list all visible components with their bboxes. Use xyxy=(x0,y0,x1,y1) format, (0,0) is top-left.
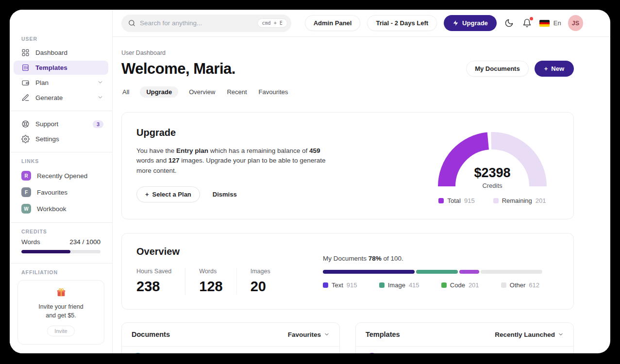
stat-images: Images 20 xyxy=(251,268,284,295)
overview-card-title: Overview xyxy=(136,246,298,257)
page-title: Welcome, Maria. xyxy=(121,60,235,78)
notifications-button[interactable] xyxy=(521,17,533,29)
gauge-center-value: $2398 xyxy=(434,165,551,181)
invite-button[interactable]: Invite xyxy=(47,326,74,336)
sidebar-item-label: Templates xyxy=(35,64,67,71)
credits-box: Words 234 / 1000 xyxy=(21,238,101,253)
documents-bar-chart: My Documents 78% of 100. Text915Image415… xyxy=(323,246,542,295)
tab-favourites[interactable]: Favourites xyxy=(258,86,289,98)
templates-filter-dropdown[interactable]: Recently Launched xyxy=(495,331,564,338)
sidebar-item-label: Recently Opened xyxy=(37,172,87,180)
templates-card: Templates Recently Launched Blog Post Ti… xyxy=(355,322,574,353)
tab-overview[interactable]: Overview xyxy=(188,86,216,98)
language-selector[interactable]: En xyxy=(539,19,561,27)
legend-name: Code xyxy=(450,281,465,289)
sidebar-item-settings[interactable]: Settings xyxy=(14,132,108,146)
content-area: User Dashboard Welcome, Maria. My Docume… xyxy=(113,37,610,353)
legend-value: 612 xyxy=(529,281,539,289)
sidebar-item-label: Support xyxy=(35,120,58,128)
legend-swatch xyxy=(323,282,328,288)
search-box[interactable]: cmd + E xyxy=(121,15,291,32)
search-icon xyxy=(128,19,135,27)
document-list-item[interactable]: Untitled Document in Workbook xyxy=(122,347,339,353)
sidebar-item-label: Settings xyxy=(35,135,59,143)
legend-item-total: Total915 xyxy=(438,197,474,204)
sidebar-link-recently-opened[interactable]: R Recently Opened xyxy=(14,168,108,183)
template-avatar xyxy=(366,353,378,353)
sidebar-item-plan[interactable]: Plan xyxy=(14,76,108,90)
trial-days-left-button[interactable]: Trial - 2 Days Left xyxy=(367,15,437,31)
new-button[interactable]: + New xyxy=(535,61,574,77)
sidebar-item-support[interactable]: Support 3 xyxy=(14,117,108,131)
template-list-item[interactable]: Blog Post Title in Workbook xyxy=(356,347,573,353)
sidebar-item-label: Plan xyxy=(35,79,49,86)
divider xyxy=(10,111,112,111)
legend-item-other: Other612 xyxy=(501,281,539,289)
sidebar-section-affiliation: AFFILIATION xyxy=(21,269,112,275)
language-label: En xyxy=(553,19,561,27)
sidebar-link-favourites[interactable]: F Favourites xyxy=(14,184,108,200)
lightning-icon xyxy=(452,20,459,26)
legend-value: 915 xyxy=(464,197,475,204)
dismiss-button[interactable]: Dismiss xyxy=(213,191,237,198)
support-count-badge: 3 xyxy=(93,120,103,128)
sidebar-item-dashboard[interactable]: Dashboard xyxy=(14,46,108,60)
breadcrumb: User Dashboard xyxy=(121,50,235,56)
sidebar-section-user: USER xyxy=(21,36,112,42)
document-avatar xyxy=(132,353,144,353)
legend-value: 415 xyxy=(409,281,419,289)
legend-swatch xyxy=(501,282,506,288)
bar-chart-legend: Text915Image415Code201Other612 xyxy=(323,281,542,289)
device-frame: USER Dashboard Templates Plan Generate S… xyxy=(0,0,620,364)
tab-upgrade[interactable]: Upgrade xyxy=(140,86,178,98)
grid-icon xyxy=(21,49,30,57)
keyboard-shortcut-badge: cmd + E xyxy=(257,18,287,28)
chevron-down-icon xyxy=(97,79,103,87)
templates-card-title: Templates xyxy=(366,331,400,338)
tab-all[interactable]: All xyxy=(121,86,130,98)
admin-panel-button[interactable]: Admin Panel xyxy=(305,15,361,31)
upgrade-card-body: You have the Entry plan which has a rema… xyxy=(136,146,335,176)
legend-value: 201 xyxy=(469,281,479,289)
chevron-down-icon xyxy=(558,331,564,337)
divider xyxy=(10,263,112,264)
tab-recent[interactable]: Recent xyxy=(226,86,248,98)
credits-words-value: 234 / 1000 xyxy=(69,238,101,246)
divider xyxy=(10,152,112,152)
plus-icon: + xyxy=(145,191,149,198)
documents-card-title: Documents xyxy=(132,331,170,338)
main-column: cmd + E Admin Panel Trial - 2 Days Left … xyxy=(113,10,610,353)
legend-name: Other xyxy=(510,281,526,289)
credits-progress-fill xyxy=(21,250,70,253)
upgrade-card-title: Upgrade xyxy=(136,127,335,138)
upgrade-card: Upgrade You have the Entry plan which ha… xyxy=(121,112,574,219)
sidebar-link-workbook[interactable]: W Workbook xyxy=(14,201,108,216)
bar-segment-image xyxy=(416,270,458,274)
chevron-down-icon xyxy=(97,94,103,102)
bar-segment-text xyxy=(323,270,415,274)
overview-card: Overview Hours Saved 238 Words 128 Image… xyxy=(121,233,574,310)
user-avatar[interactable]: JS xyxy=(568,15,583,31)
templates-icon xyxy=(21,64,30,72)
dark-mode-toggle[interactable] xyxy=(503,17,515,29)
documents-card: Documents Favourites Untitled Document i… xyxy=(121,322,340,353)
legend-name: Text xyxy=(332,281,343,289)
documents-filter-dropdown[interactable]: Favourites xyxy=(288,331,330,338)
upgrade-button[interactable]: Upgrade xyxy=(444,15,497,31)
bar-segment-code xyxy=(459,270,480,274)
legend-item-remaining: Remaining201 xyxy=(493,197,546,204)
bar-chart-track xyxy=(323,270,542,274)
search-input[interactable] xyxy=(140,19,253,27)
legend-swatch xyxy=(493,198,499,203)
sidebar-item-generate[interactable]: Generate xyxy=(14,91,108,105)
legend-item-code: Code201 xyxy=(441,281,479,289)
my-documents-button[interactable]: My Documents xyxy=(466,61,528,77)
credits-words-label: Words xyxy=(21,238,40,246)
credits-progress-track xyxy=(21,250,101,253)
select-plan-button[interactable]: + Select a Plan xyxy=(136,186,200,202)
letter-badge-r: R xyxy=(21,171,31,181)
legend-name: Image xyxy=(388,281,405,289)
sidebar-item-templates[interactable]: Templates xyxy=(14,61,108,75)
legend-item-text: Text915 xyxy=(323,281,357,289)
wallet-icon xyxy=(21,79,30,87)
